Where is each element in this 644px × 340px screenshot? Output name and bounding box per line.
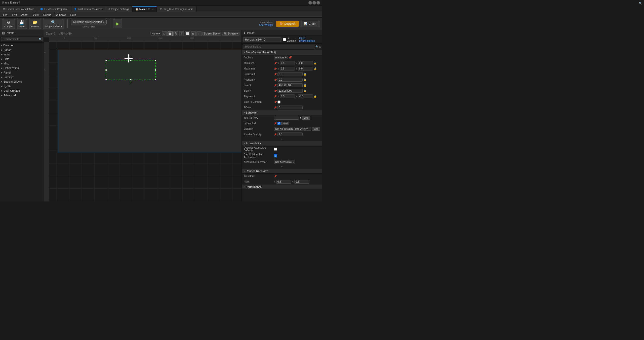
tab-FirstPersonCharacter[interactable]: 👤 FirstPersonCharacter xyxy=(71,6,105,12)
tooltip-input[interactable] xyxy=(274,116,299,120)
pos-y-lock-icon[interactable]: 🔒 xyxy=(303,78,306,81)
tab-MainHUD[interactable]: 📋 MainHUD × xyxy=(132,6,157,12)
can-children-checkbox[interactable] xyxy=(274,154,277,157)
stc-pin-icon[interactable]: 📌 xyxy=(274,101,277,103)
visibility-dropdown[interactable]: Not Hit-Testable (Self Only) ▾ xyxy=(274,127,311,131)
section-header-behavior[interactable]: ▾ Behavior xyxy=(242,110,322,115)
pos-x-pin-icon[interactable]: 📌 xyxy=(274,73,277,76)
menu-view[interactable]: View xyxy=(31,13,41,17)
align-pin-icon[interactable]: 📌 xyxy=(274,95,277,98)
save-button[interactable]: 💾 Save xyxy=(17,19,27,29)
zorder-pin-icon[interactable]: 📌 xyxy=(274,106,277,109)
size-x-input[interactable] xyxy=(277,83,303,87)
handle-bm[interactable] xyxy=(130,79,132,80)
alignment-y-input[interactable] xyxy=(298,94,313,98)
pos-y-pin-icon[interactable]: 📌 xyxy=(274,79,277,81)
debug-object-dropdown[interactable]: No debug object selected ▾ xyxy=(71,20,107,24)
render-opacity-input[interactable] xyxy=(277,132,303,136)
canvas-tool-btn-5[interactable]: ⬜ xyxy=(185,31,190,36)
size-x-lock-icon[interactable]: 🔒 xyxy=(303,84,306,87)
canvas-tool-btn-4[interactable]: 4 xyxy=(179,31,184,36)
section-header-performance[interactable]: ▾ Performance xyxy=(242,185,322,189)
transform-pin-icon[interactable]: 📌 xyxy=(274,175,277,178)
minimize-button[interactable]: – xyxy=(308,1,312,5)
palette-item-editor[interactable]: ▶ Editor xyxy=(0,48,44,52)
accessibility-expand-icon[interactable]: ▾ xyxy=(281,165,283,168)
compile-button[interactable]: ⚙ Compile xyxy=(2,19,15,29)
is-enabled-checkbox[interactable] xyxy=(277,122,280,125)
handle-tr[interactable] xyxy=(155,60,156,61)
details-search-input[interactable] xyxy=(243,45,315,49)
canvas-tool-btn-1[interactable]: □ xyxy=(162,31,167,36)
accessible-behavior-dropdown[interactable]: Not Accessible ▾ xyxy=(274,160,295,164)
maximum-y-input[interactable] xyxy=(298,67,313,71)
section-header-accessibility[interactable]: ▾ Accessibility xyxy=(242,141,322,146)
anchors-pin-icon[interactable]: 📌 xyxy=(289,56,292,59)
canvas-tool-btn-2[interactable]: ⬤ xyxy=(168,31,173,36)
palette-item-special-effects[interactable]: ▶ Special Effects xyxy=(0,79,44,84)
size-to-content-checkbox[interactable] xyxy=(277,100,280,104)
minimum-pin-icon[interactable]: 📌 xyxy=(274,62,277,64)
widget-reflector-button[interactable]: 🔍 Widget Reflector xyxy=(43,19,64,29)
size-y-pin-icon[interactable]: 📌 xyxy=(274,90,277,92)
handle-bl[interactable] xyxy=(105,79,107,80)
section-header-slot[interactable]: ▾ Slot (Canvas Panel Slot) xyxy=(242,50,322,55)
screen-size-dropdown[interactable]: Screen Size ▾ xyxy=(202,32,221,36)
palette-item-misc[interactable]: ▶ Misc xyxy=(0,61,44,66)
palette-item-common[interactable]: ▾ Common xyxy=(0,43,44,48)
zorder-input[interactable] xyxy=(277,106,303,109)
behavior-expand-icon[interactable]: ▾ xyxy=(281,138,283,141)
palette-item-optimization[interactable]: ▶ Optimization xyxy=(0,66,44,70)
play-button[interactable]: ▶ xyxy=(113,19,122,28)
close-button[interactable]: × xyxy=(316,1,320,5)
is-variable-checkbox[interactable] xyxy=(283,38,286,41)
open-horizontal-box-link[interactable]: Open HorizontalBox xyxy=(299,37,320,42)
tab-FirstPersonProjectile[interactable]: 🔵 FirstPersonProjectile xyxy=(37,6,71,12)
section-header-render-transform[interactable]: ▾ Render Transform xyxy=(242,169,322,174)
menu-edit[interactable]: Edit xyxy=(10,13,19,17)
window-controls[interactable]: – □ × xyxy=(308,1,320,5)
palette-item-panel[interactable]: ▶ Panel xyxy=(0,70,44,75)
handle-br[interactable] xyxy=(155,79,156,80)
designer-button[interactable]: 🎨 Designer xyxy=(276,21,299,27)
palette-item-primitive[interactable]: ▶ Primitive xyxy=(0,75,44,79)
menu-file[interactable]: File xyxy=(1,13,10,17)
details-filter-icon[interactable]: ⊞ xyxy=(319,45,321,48)
fill-screen-dropdown[interactable]: Fill Screen ▾ xyxy=(222,32,239,36)
tab-FirstPersonExampleMap[interactable]: 🗺 FirstPersonExampleMap xyxy=(0,6,37,12)
minimum-y-input[interactable] xyxy=(298,61,313,65)
menu-asset[interactable]: Asset xyxy=(19,13,30,17)
opacity-pin-icon[interactable]: 📌 xyxy=(274,133,277,136)
tab-close-icon[interactable]: × xyxy=(152,8,153,11)
menu-debug[interactable]: Debug xyxy=(41,13,53,17)
graph-button[interactable]: 📊 Graph xyxy=(300,21,320,27)
position-y-input[interactable] xyxy=(277,78,303,82)
canvas-tool-btn-3[interactable]: R xyxy=(173,31,178,36)
palette-item-advanced[interactable]: ▶ Advanced xyxy=(0,93,44,97)
pivot-y-input[interactable] xyxy=(294,180,309,184)
menu-window[interactable]: Window xyxy=(54,13,68,17)
canvas-tool-btn-6[interactable]: ⊞ xyxy=(191,31,196,36)
maximum-pin-icon[interactable]: 📌 xyxy=(274,67,277,70)
is-enabled-pin-icon[interactable]: 📌 xyxy=(274,122,277,125)
palette-item-user-created[interactable]: ▶ User Created xyxy=(0,88,44,93)
handle-mr[interactable] xyxy=(155,69,156,71)
size-x-pin-icon[interactable]: 📌 xyxy=(274,84,277,87)
canvas-tool-btn-7[interactable]: ↕ xyxy=(196,31,202,36)
maximum-lock-icon[interactable]: 🔒 xyxy=(314,67,317,70)
align-lock-icon[interactable]: 🔒 xyxy=(314,95,317,98)
pivot-x-input[interactable] xyxy=(276,180,291,184)
anchors-dropdown[interactable]: Anchors ▾ xyxy=(274,56,288,59)
size-y-lock-icon[interactable]: 🔒 xyxy=(303,89,306,92)
size-y-input[interactable] xyxy=(277,89,303,93)
minimum-lock-icon[interactable]: 🔒 xyxy=(314,62,317,64)
maximum-x-input[interactable] xyxy=(280,67,295,71)
maximize-button[interactable]: □ xyxy=(312,1,316,5)
position-x-input[interactable] xyxy=(277,72,303,76)
tooltip-bind-button[interactable]: Bind xyxy=(302,116,310,120)
handle-ml[interactable] xyxy=(105,69,107,71)
canvas-viewport[interactable]: 0 500 1000 1500 2000 0 2 xyxy=(44,37,242,201)
palette-search-input[interactable] xyxy=(1,37,43,41)
tab-BP_TrueFPS[interactable]: 🎮 BP_TrueFPSProjectGame xyxy=(157,6,196,12)
is-enabled-bind-button[interactable]: Bind xyxy=(281,122,289,125)
